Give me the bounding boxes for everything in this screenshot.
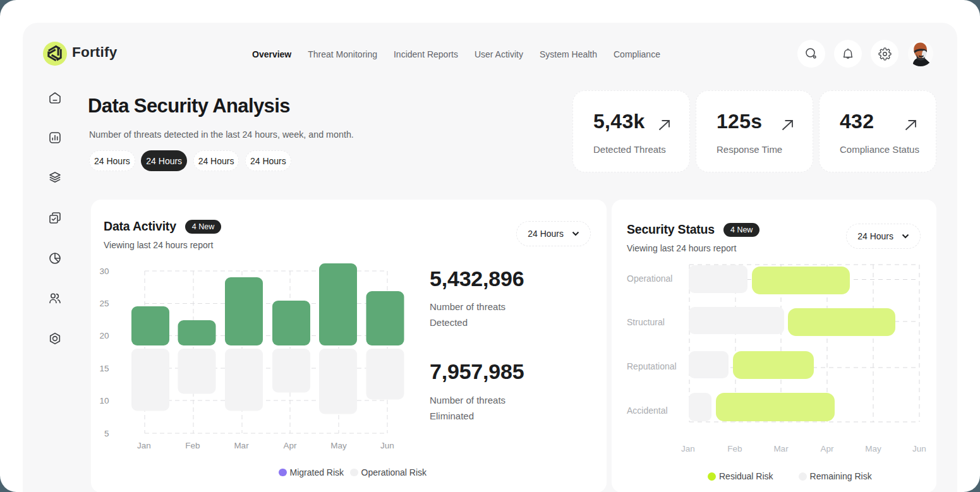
svg-text:10: 10 bbox=[99, 396, 109, 405]
svg-text:May: May bbox=[865, 444, 881, 453]
svg-text:Accidental: Accidental bbox=[627, 405, 668, 416]
svg-text:May: May bbox=[330, 441, 347, 450]
svg-text:Reputational: Reputational bbox=[627, 361, 677, 371]
svg-text:5: 5 bbox=[104, 429, 109, 438]
svg-text:Mar: Mar bbox=[773, 444, 789, 453]
svg-text:Structural: Structural bbox=[627, 317, 665, 327]
svg-text:Jun: Jun bbox=[912, 444, 926, 453]
svg-text:Feb: Feb bbox=[185, 441, 200, 450]
svg-text:Apr: Apr bbox=[820, 444, 834, 453]
svg-text:Mar: Mar bbox=[234, 441, 249, 450]
svg-text:30: 30 bbox=[99, 267, 109, 276]
svg-text:Jan: Jan bbox=[137, 441, 151, 450]
svg-text:15: 15 bbox=[99, 364, 109, 373]
svg-text:Feb: Feb bbox=[727, 444, 742, 453]
svg-text:Jun: Jun bbox=[380, 441, 394, 450]
svg-text:Jan: Jan bbox=[681, 444, 695, 453]
svg-text:Apr: Apr bbox=[283, 441, 297, 450]
svg-text:25: 25 bbox=[99, 299, 109, 308]
svg-text:20: 20 bbox=[99, 331, 109, 340]
svg-text:Operational: Operational bbox=[627, 273, 672, 284]
